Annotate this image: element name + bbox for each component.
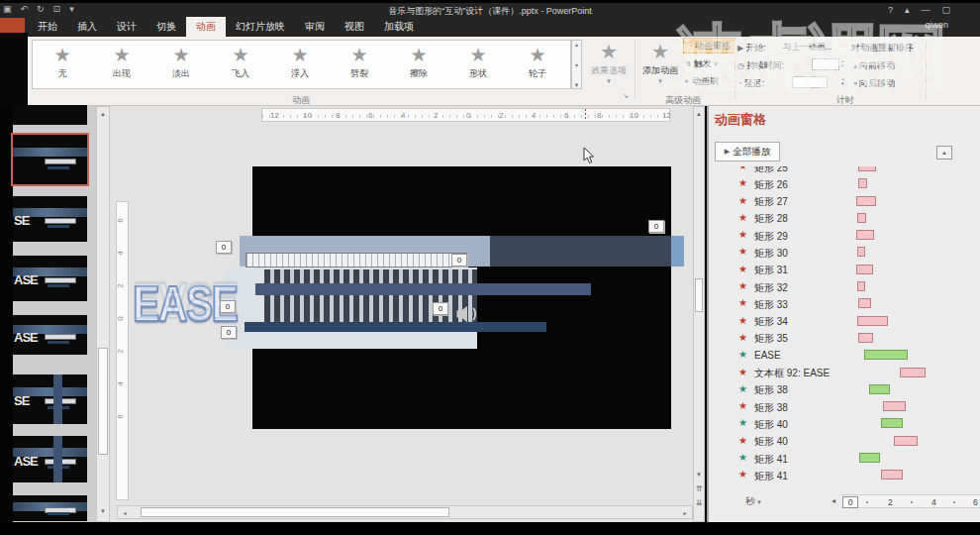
animation-timing-bar[interactable] <box>859 453 880 463</box>
animation-item-0[interactable]: ★矩形 25 <box>707 166 980 175</box>
animation-item-11[interactable]: ★EASE <box>707 347 980 364</box>
animation-item-17[interactable]: ★矩形 41 <box>707 450 980 467</box>
animation-item-2[interactable]: ★矩形 27 <box>707 193 980 210</box>
animation-timing-bar[interactable] <box>856 230 874 240</box>
scroll-left-icon[interactable]: ◂ <box>119 507 131 519</box>
horizontal-scrollbar[interactable]: ◂ ▸ <box>117 505 693 519</box>
animation-pane-button[interactable]: ◔ 动画窗格 <box>683 38 735 54</box>
animation-style-3[interactable]: ★飞入 <box>211 41 270 88</box>
animation-item-9[interactable]: ★矩形 34 <box>707 313 980 330</box>
animation-timing-bar[interactable] <box>858 333 873 343</box>
animation-item-7[interactable]: ★矩形 32 <box>707 278 980 295</box>
delay-spinner[interactable]: ▴ ▾ <box>841 76 844 86</box>
ribbon-tab-4[interactable]: 动画 <box>186 17 226 37</box>
animation-number-badge[interactable]: 0 <box>451 254 467 267</box>
pane-scroll-up-button[interactable]: ▲ <box>936 146 952 160</box>
slide-thumbnail-1[interactable] <box>13 105 87 125</box>
account-name[interactable]: qiwen <box>925 20 948 30</box>
animation-item-3[interactable]: ★矩形 28 <box>707 210 980 227</box>
animation-timing-bar[interactable] <box>881 470 903 480</box>
animation-timing-bar[interactable] <box>856 265 873 274</box>
ribbon-tab-7[interactable]: 视图 <box>335 17 374 37</box>
dialog-launcher-icon[interactable]: ↘ <box>623 92 629 100</box>
slide-thumbnail-6[interactable]: SE <box>13 374 87 424</box>
slide-equalizer-bars[interactable] <box>264 269 477 324</box>
animation-number-badge[interactable]: 0 <box>648 220 664 233</box>
animation-number-badge[interactable]: 0 <box>221 326 237 339</box>
animation-item-6[interactable]: ★矩形 31 <box>707 262 980 278</box>
ribbon-options-button[interactable]: ▴ <box>905 5 910 15</box>
animation-timing-bar[interactable] <box>869 384 890 394</box>
animation-timing-bar[interactable] <box>881 418 903 428</box>
animation-item-5[interactable]: ★矩形 30 <box>707 244 980 261</box>
slide-thumbnail-5[interactable]: ASE <box>13 315 87 355</box>
slide-thumbnail-4[interactable]: ASE <box>13 256 87 301</box>
seconds-dropdown[interactable]: 秒 ▾ <box>745 495 761 508</box>
slide-thumbnail-7[interactable]: ASE <box>13 436 87 482</box>
animation-number-badge[interactable]: 0 <box>433 302 448 315</box>
scrollbar-thumb[interactable] <box>695 278 703 312</box>
animation-timing-bar[interactable] <box>857 213 866 223</box>
animation-timing-bar[interactable] <box>857 316 888 326</box>
animation-timing-bar[interactable] <box>858 298 871 308</box>
gallery-scroll-up-icon[interactable]: ▴ <box>575 41 578 48</box>
animation-timing-bar[interactable] <box>883 401 906 411</box>
slide-slider-strip[interactable] <box>245 253 467 268</box>
scroll-up-icon[interactable]: ▲ <box>97 108 109 120</box>
add-animation-button[interactable]: ★ 添加动画 ▾ <box>637 41 684 85</box>
animation-item-4[interactable]: ★矩形 29 <box>707 227 980 244</box>
animation-style-6[interactable]: ★擦除 <box>389 41 448 88</box>
help-button[interactable]: ? <box>888 5 893 15</box>
ribbon-tab-8[interactable]: 加载项 <box>374 17 424 37</box>
gallery-more-icon[interactable]: ▼ <box>574 82 580 88</box>
vertical-scrollbar[interactable]: ▲ ▼ ⇈ ⇊ <box>693 106 705 522</box>
animation-timing-bar[interactable] <box>857 247 865 257</box>
animation-timing-bar[interactable] <box>858 178 867 188</box>
animation-item-14[interactable]: ★矩形 38 <box>707 398 980 415</box>
animation-timing-bar[interactable] <box>856 196 876 206</box>
move-later-button[interactable]: ▾向后移动 <box>853 77 895 90</box>
duration-input[interactable] <box>812 58 839 70</box>
slide-shape-band-dark[interactable] <box>490 236 671 267</box>
animation-style-7[interactable]: ★形状 <box>448 41 508 88</box>
animation-style-8[interactable]: ★轮子 <box>508 41 567 88</box>
animation-timing-bar[interactable] <box>894 436 918 446</box>
trigger-button[interactable]: ↯触发 ▾ <box>685 57 718 70</box>
duration-spinner[interactable]: ▴ ▾ <box>841 58 844 68</box>
speaker-icon[interactable] <box>453 300 481 332</box>
animation-item-12[interactable]: ★文本框 92: EASE <box>707 365 980 381</box>
slide-thumbnail-3[interactable]: SE <box>13 196 87 242</box>
animation-item-16[interactable]: ★矩形 40 <box>707 433 980 450</box>
next-slide-icon[interactable]: ⇊ <box>693 497 705 509</box>
ribbon-tab-3[interactable]: 切换 <box>147 17 186 37</box>
scrollbar-thumb[interactable] <box>141 507 449 517</box>
animation-item-8[interactable]: ★矩形 33 <box>707 295 980 312</box>
delay-input[interactable] <box>792 76 828 88</box>
animation-item-18[interactable]: ★矩形 41 <box>707 467 980 483</box>
animation-timing-bar[interactable] <box>857 281 865 291</box>
animation-timing-bar[interactable] <box>864 350 908 360</box>
scale-left-icon[interactable]: ◂ <box>832 496 835 505</box>
spin-down-icon[interactable]: ▾ <box>841 63 844 68</box>
scroll-up-icon[interactable]: ▲ <box>693 108 705 120</box>
ribbon-tab-5[interactable]: 幻灯片放映 <box>226 17 295 37</box>
slide-thumbnail-8[interactable] <box>13 495 87 521</box>
animation-style-0[interactable]: ★无 <box>33 41 92 88</box>
previous-slide-icon[interactable]: ⇈ <box>693 483 705 495</box>
thumbnail-scrollbar[interactable]: ▲ ▼ <box>96 106 110 522</box>
animation-number-badge[interactable]: 0 <box>216 241 232 254</box>
slide-thumbnail-2[interactable] <box>13 135 87 184</box>
animation-style-2[interactable]: ★淡出 <box>151 41 211 88</box>
play-all-button[interactable]: ▶ 全部播放 <box>715 142 780 161</box>
scroll-down-icon[interactable]: ▼ <box>97 505 109 517</box>
animation-style-4[interactable]: ★浮入 <box>270 41 330 88</box>
spin-down-icon[interactable]: ▾ <box>841 81 844 86</box>
animation-number-badge[interactable]: 0 <box>220 300 236 313</box>
ribbon-tab-2[interactable]: 设计 <box>107 17 147 37</box>
animation-item-1[interactable]: ★矩形 26 <box>707 175 980 192</box>
ribbon-tab-0[interactable]: 开始 <box>28 17 67 37</box>
animation-timing-bar[interactable] <box>858 166 876 171</box>
ribbon-tab-1[interactable]: 插入 <box>67 17 107 37</box>
animation-item-10[interactable]: ★矩形 35 <box>707 330 980 347</box>
animation-item-15[interactable]: ★矩形 40 <box>707 415 980 432</box>
